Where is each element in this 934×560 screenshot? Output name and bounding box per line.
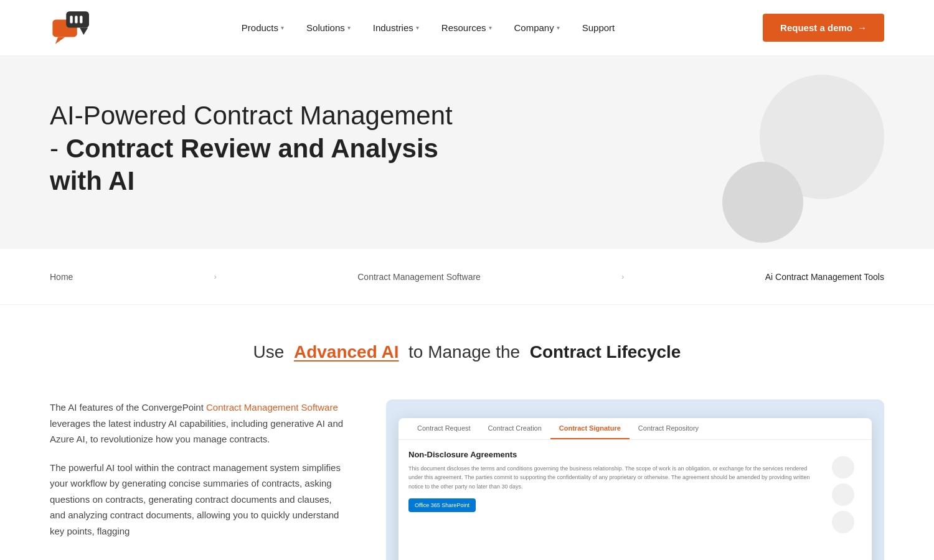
mock-tab-contract-signature[interactable]: Contract Signature — [550, 418, 630, 439]
hero-decoration — [722, 75, 884, 243]
svg-marker-1 — [55, 37, 65, 44]
nav-item-industries[interactable]: Industries ▾ — [373, 22, 419, 33]
request-demo-button[interactable]: Request a demo → — [763, 14, 884, 42]
mock-doc-content: Non-Disclosure Agreements This document … — [408, 450, 814, 533]
breadcrumb-sep-2: › — [621, 273, 624, 281]
two-col-section: The AI features of the ConvergePoint Con… — [0, 381, 934, 560]
mock-doc-title: Non-Disclosure Agreements — [408, 450, 814, 459]
contract-management-link[interactable]: Contract Management Software — [206, 402, 338, 413]
hero-content: AI-Powered Contract Management - Contrac… — [50, 100, 473, 198]
body-paragraph-1: The AI features of the ConvergePoint Con… — [50, 399, 349, 447]
breadcrumb: Home › Contract Management Software › Ai… — [0, 249, 934, 305]
decoration-circle-small — [722, 162, 803, 243]
mock-ui-tabs: Contract Request Contract Creation Contr… — [399, 418, 872, 440]
mock-icon-1 — [832, 456, 854, 478]
nav-item-company[interactable]: Company ▾ — [514, 22, 560, 33]
mock-tab-contract-creation[interactable]: Contract Creation — [479, 418, 550, 439]
svg-rect-6 — [80, 16, 82, 23]
mock-tab-contract-repository[interactable]: Contract Repository — [630, 418, 707, 439]
chevron-down-icon: ▾ — [557, 24, 560, 31]
nav-links: Products ▾ Solutions ▾ Industries ▾ Reso… — [242, 22, 615, 33]
screenshot-panel: Contract Request Contract Creation Contr… — [386, 399, 884, 560]
breadcrumb-level2[interactable]: Contract Management Software — [357, 272, 481, 282]
section-title: Use Advanced AI to Manage the Contract L… — [0, 305, 934, 381]
mock-tab-contract-request[interactable]: Contract Request — [408, 418, 479, 439]
chevron-down-icon: ▾ — [347, 24, 351, 31]
mock-icon-2 — [832, 483, 854, 506]
chevron-down-icon: ▾ — [489, 24, 492, 31]
arrow-icon: → — [857, 22, 867, 33]
chevron-down-icon: ▾ — [416, 24, 419, 31]
breadcrumb-sep-1: › — [214, 273, 217, 281]
svg-rect-5 — [75, 16, 77, 23]
main-nav: Products ▾ Solutions ▾ Industries ▾ Reso… — [0, 0, 934, 56]
body-paragraph-2: The powerful AI tool within the contract… — [50, 460, 349, 539]
nav-item-resources[interactable]: Resources ▾ — [441, 22, 492, 33]
hero-title: AI-Powered Contract Management - Contrac… — [50, 100, 473, 198]
logo[interactable] — [50, 7, 93, 48]
nav-item-solutions[interactable]: Solutions ▾ — [306, 22, 351, 33]
mock-sharepoint-badge: Office 365 SharePoint — [408, 498, 476, 512]
mock-ui-screenshot: Contract Request Contract Creation Contr… — [399, 418, 872, 560]
mock-icon-column — [824, 450, 862, 533]
nav-item-support[interactable]: Support — [582, 22, 615, 33]
body-text-column: The AI features of the ConvergePoint Con… — [50, 399, 349, 551]
svg-marker-3 — [80, 28, 88, 35]
chevron-down-icon: ▾ — [281, 24, 284, 31]
mock-icon-3 — [832, 511, 854, 533]
breadcrumb-level3: Ai Contract Management Tools — [765, 272, 884, 282]
breadcrumb-home[interactable]: Home — [50, 272, 73, 282]
mock-ui-body: Non-Disclosure Agreements This document … — [399, 440, 872, 543]
mock-doc-text: This document discloses the terms and co… — [408, 464, 814, 491]
hero-section: AI-Powered Contract Management - Contrac… — [0, 56, 934, 249]
svg-rect-4 — [70, 16, 72, 23]
nav-item-products[interactable]: Products ▾ — [242, 22, 284, 33]
